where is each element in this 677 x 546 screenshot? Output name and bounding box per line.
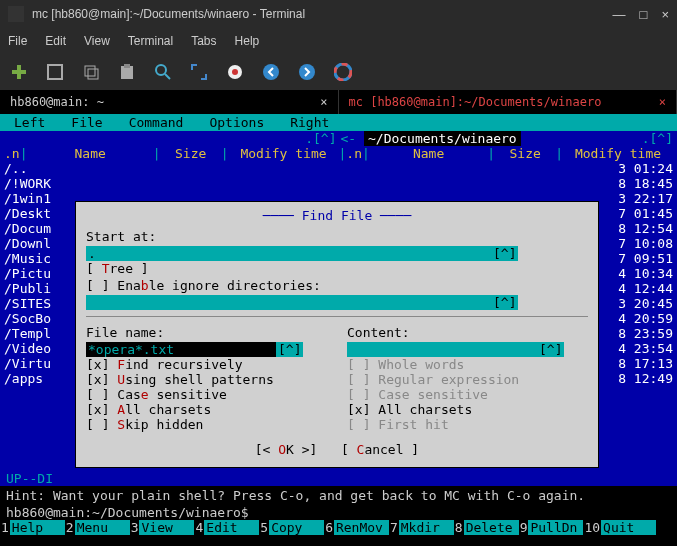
copy-icon[interactable] bbox=[82, 63, 100, 81]
fkey-view[interactable]: 3View bbox=[130, 520, 195, 535]
close-button[interactable]: × bbox=[661, 7, 669, 22]
regex-checkbox[interactable]: [ ] Regular expression bbox=[347, 372, 588, 387]
caret-icon[interactable]: [^] bbox=[491, 246, 518, 261]
fkey-mkdir[interactable]: 7Mkdir bbox=[389, 520, 454, 535]
mc-menu-command[interactable]: Command bbox=[117, 115, 196, 130]
col-name: Name bbox=[27, 146, 152, 161]
col-name: Name bbox=[370, 146, 488, 161]
menu-view[interactable]: View bbox=[84, 34, 110, 48]
start-at-label: Start at: bbox=[86, 229, 588, 244]
fkey-quit[interactable]: 10Quit bbox=[583, 520, 656, 535]
svg-point-11 bbox=[263, 64, 279, 80]
new-tab-icon[interactable] bbox=[10, 63, 28, 81]
mc-menu-right[interactable]: Right bbox=[278, 115, 341, 130]
svg-rect-3 bbox=[85, 66, 95, 76]
col-time: Modify time bbox=[229, 146, 339, 161]
caret-icon[interactable]: [^] bbox=[276, 342, 303, 357]
svg-line-8 bbox=[165, 74, 170, 79]
file-row[interactable]: /..3 01:24 bbox=[4, 161, 673, 176]
svg-point-10 bbox=[232, 69, 238, 75]
ok-button[interactable]: [< OK >] bbox=[255, 442, 318, 457]
col-marker: .n bbox=[346, 146, 362, 161]
maximize-button[interactable]: □ bbox=[640, 7, 648, 22]
tab-label: mc [hb860@main]:~/Documents/winaero bbox=[349, 95, 602, 109]
help-icon[interactable] bbox=[334, 63, 352, 81]
new-window-icon[interactable] bbox=[46, 63, 64, 81]
window-title: mc [hb860@main]:~/Documents/winaero - Te… bbox=[32, 7, 613, 21]
file-name-input[interactable]: *opera*.txt bbox=[86, 342, 276, 357]
col-size: Size bbox=[495, 146, 555, 161]
svg-rect-1 bbox=[12, 70, 26, 74]
panel-corner: .[^] bbox=[305, 131, 336, 146]
col-size: Size bbox=[161, 146, 221, 161]
cancel-button[interactable]: [ Cancel ] bbox=[341, 442, 419, 457]
fkey-menu[interactable]: 2Menu bbox=[65, 520, 130, 535]
function-keys: 1Help2Menu3View4Edit5Copy6RenMov7Mkdir8D… bbox=[0, 520, 677, 535]
minimize-button[interactable]: — bbox=[613, 7, 626, 22]
terminal-tab-1[interactable]: hb860@main: ~ × bbox=[0, 90, 339, 114]
paste-icon[interactable] bbox=[118, 63, 136, 81]
fkey-edit[interactable]: 4Edit bbox=[194, 520, 259, 535]
all-charsets-content-checkbox[interactable]: [x] All charsets bbox=[347, 402, 588, 417]
caret-icon[interactable]: [^] bbox=[537, 342, 564, 357]
hint-bar: Hint: Want your plain shell? Press C-o, … bbox=[0, 486, 677, 505]
panel-corner: .[^] bbox=[642, 131, 677, 146]
case-sensitive-checkbox[interactable]: [ ] Case sensitive bbox=[86, 387, 327, 402]
file-row[interactable]: /!WORK8 18:45 bbox=[4, 176, 673, 191]
next-tab-icon[interactable] bbox=[298, 63, 316, 81]
col-marker: .n bbox=[4, 146, 20, 161]
fullscreen-icon[interactable] bbox=[190, 63, 208, 81]
panel-header: .[^] <- ~/Documents/winaero.[^] bbox=[0, 131, 677, 146]
mc-menubar: Left File Command Options Right bbox=[0, 114, 677, 131]
whole-words-checkbox[interactable]: [ ] Whole words bbox=[347, 357, 588, 372]
mc-menu-left[interactable]: Left bbox=[2, 115, 57, 130]
menu-file[interactable]: File bbox=[8, 34, 27, 48]
search-icon[interactable] bbox=[154, 63, 172, 81]
content-label: Content: bbox=[347, 325, 588, 340]
tab-close-icon[interactable]: × bbox=[320, 95, 327, 109]
file-name-label: File name: bbox=[86, 325, 327, 340]
find-recursively-checkbox[interactable]: [x] Find recursively bbox=[86, 357, 327, 372]
mc-menu-file[interactable]: File bbox=[59, 115, 114, 130]
tree-button[interactable]: [ Tree ] bbox=[86, 261, 149, 276]
svg-rect-6 bbox=[124, 64, 130, 68]
svg-rect-4 bbox=[88, 69, 98, 79]
ignore-dirs-checkbox[interactable]: [ ] Enable ignore directories: bbox=[86, 278, 321, 293]
caret-icon[interactable]: [^] bbox=[491, 295, 518, 310]
ignore-dirs-input[interactable] bbox=[86, 295, 491, 310]
preferences-icon[interactable] bbox=[226, 63, 244, 81]
shell-prompt[interactable]: hb860@main:~/Documents/winaero$ bbox=[6, 505, 249, 520]
content-input[interactable] bbox=[347, 342, 537, 357]
fkey-delete[interactable]: 8Delete bbox=[454, 520, 519, 535]
menu-tabs[interactable]: Tabs bbox=[191, 34, 216, 48]
dialog-title: Find File bbox=[302, 208, 372, 223]
terminal-tab-2[interactable]: mc [hb860@main]:~/Documents/winaero × bbox=[339, 90, 678, 114]
fkey-renmov[interactable]: 6RenMov bbox=[324, 520, 389, 535]
svg-point-12 bbox=[299, 64, 315, 80]
mc-menu-options[interactable]: Options bbox=[197, 115, 276, 130]
svg-point-7 bbox=[156, 65, 166, 75]
tab-close-icon[interactable]: × bbox=[659, 95, 666, 109]
col-time: Modify time bbox=[563, 146, 673, 161]
all-charsets-checkbox[interactable]: [x] All charsets bbox=[86, 402, 327, 417]
app-menubar: File Edit View Terminal Tabs Help bbox=[0, 28, 677, 54]
svg-rect-2 bbox=[48, 65, 62, 79]
menu-terminal[interactable]: Terminal bbox=[128, 34, 173, 48]
fkey-help[interactable]: 1Help bbox=[0, 520, 65, 535]
prev-tab-icon[interactable] bbox=[262, 63, 280, 81]
skip-hidden-checkbox[interactable]: [ ] Skip hidden bbox=[86, 417, 327, 432]
panel-path: ~/Documents/winaero bbox=[364, 131, 521, 146]
menu-help[interactable]: Help bbox=[235, 34, 260, 48]
status-bar: UP--DI bbox=[0, 471, 677, 486]
menu-edit[interactable]: Edit bbox=[45, 34, 66, 48]
tab-label: hb860@main: ~ bbox=[10, 95, 104, 109]
fkey-copy[interactable]: 5Copy bbox=[259, 520, 324, 535]
svg-point-13 bbox=[335, 64, 351, 80]
start-at-input[interactable]: . bbox=[86, 246, 491, 261]
using-shell-patterns-checkbox[interactable]: [x] Using shell patterns bbox=[86, 372, 327, 387]
case-sensitive-content-checkbox[interactable]: [ ] Case sensitive bbox=[347, 387, 588, 402]
first-hit-checkbox[interactable]: [ ] First hit bbox=[347, 417, 588, 432]
toolbar bbox=[0, 54, 677, 90]
fkey-pulldn[interactable]: 9PullDn bbox=[519, 520, 584, 535]
app-icon bbox=[8, 6, 24, 22]
